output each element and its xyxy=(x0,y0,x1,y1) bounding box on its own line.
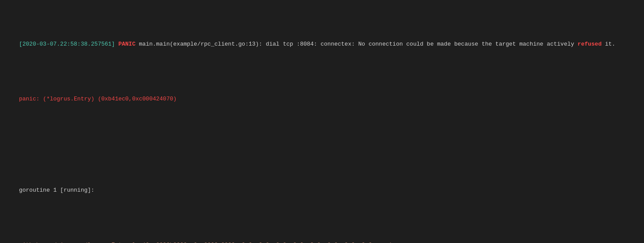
panic-entry: panic: (*logrus.Entry) (0xb41ec0,0xc0004… xyxy=(19,96,177,102)
goroutine-label: goroutine 1 [running]: xyxy=(19,187,94,193)
terminal-container: [2020-03-07.22:58:38.257561] PANIC main.… xyxy=(5,4,639,243)
terminal-line-2: panic: (*logrus.Entry) (0xb41ec0,0xc0004… xyxy=(5,86,639,113)
terminal-line-3 xyxy=(5,140,639,150)
timestamp: [2020-03-07.22:58:38.257561] xyxy=(19,41,115,47)
terminal-line-1: [2020-03-07.22:58:38.257561] PANIC main.… xyxy=(5,31,639,58)
terminal-line-5: goroutine 1 [running]: xyxy=(5,177,639,204)
terminal-line-6: github.com/sirupsen/logrus.Entry.log(0xc… xyxy=(5,232,639,243)
panic-message: main.main(example/rpc_client.go:13): dia… xyxy=(135,41,615,47)
panic-keyword: PANIC xyxy=(118,41,135,47)
